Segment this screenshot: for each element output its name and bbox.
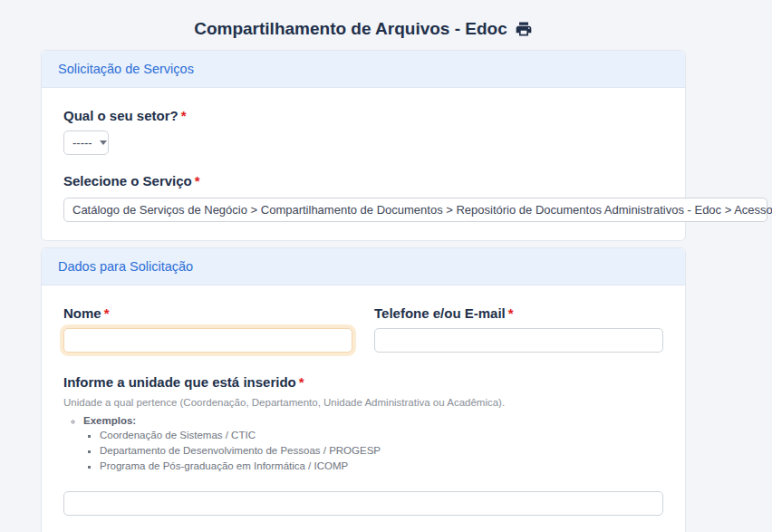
chevron-down-icon [100,140,107,145]
sector-select[interactable]: ----- [63,131,109,155]
unit-help-text: Unidade a qual pertence (Coordenação, De… [63,397,663,408]
required-asterisk: * [181,108,187,123]
sector-label: Qual o seu setor?* [63,108,663,123]
section-dados-solicitacao: Dados para Solicitação Nome* Telefone e/… [41,247,686,532]
service-select[interactable]: Catálogo de Serviços de Negócio > Compar… [63,198,767,222]
list-item: Programa de Pós-graduação em Informática… [100,460,663,471]
required-asterisk: * [104,305,110,321]
service-select-value: Catálogo de Serviços de Negócio > Compar… [72,203,772,217]
required-asterisk: * [299,374,304,390]
list-item: Coordenação de Sistemas / CTIC [100,430,663,440]
name-input[interactable] [63,328,352,353]
examples-sublist: Coordenação de Sistemas / CTIC Departame… [83,430,663,471]
name-label: Nome* [63,305,352,321]
required-asterisk: * [195,173,200,189]
unit-examples-list: Exemplos: Coordenação de Sistemas / CTIC… [63,415,663,471]
unit-label: Informe a unidade que está inserido* [63,374,663,390]
contact-input[interactable] [374,328,663,353]
section-header-servicos: Solicitação de Serviços [42,51,685,88]
form-page: Compartilhamento de Arquivos - Edoc Soli… [41,0,686,532]
list-item: Departamento de Desenvolvimento de Pesso… [100,445,663,456]
section-header-dados: Dados para Solicitação [42,248,685,285]
sector-select-value: ----- [72,136,92,150]
page-title: Compartilhamento de Arquivos - Edoc [41,18,686,40]
unit-field-group: Informe a unidade que está inserido* Uni… [63,374,663,516]
contact-field-group: Telefone e/ou E-mail* [374,305,663,353]
examples-label: Exemplos: [83,415,136,426]
contact-label: Telefone e/ou E-mail* [374,305,663,321]
printer-icon[interactable] [515,20,533,38]
unit-input[interactable] [63,491,663,516]
page-title-text: Compartilhamento de Arquivos - Edoc [194,19,507,39]
sector-field-group: Qual o seu setor?* ----- [63,108,663,155]
examples-header-item: Exemplos: Coordenação de Sistemas / CTIC… [83,415,663,471]
section-solicitacao-servicos: Solicitação de Serviços Qual o seu setor… [41,50,686,241]
service-label: Selecione o Serviço* [63,173,663,189]
service-field-group: Selecione o Serviço* Catálogo de Serviço… [63,173,663,222]
required-asterisk: * [508,305,514,321]
name-field-group: Nome* [63,305,352,353]
